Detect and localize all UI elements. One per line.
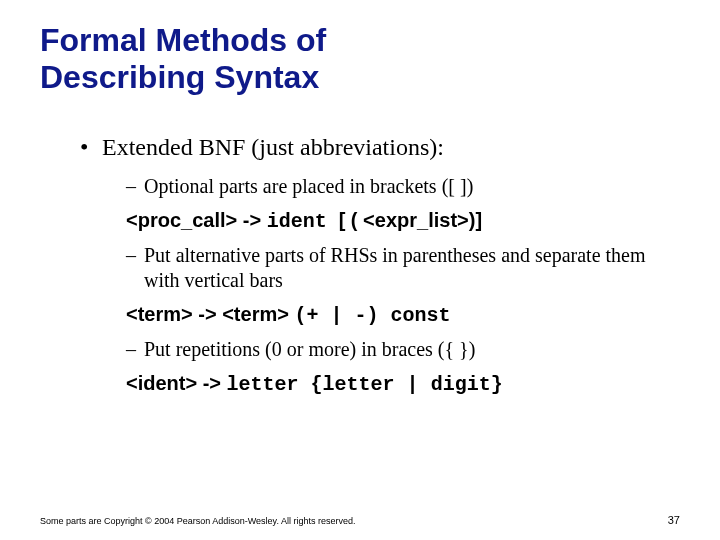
code2-part-a: <term> -> <term>: [126, 303, 294, 325]
code3-part-b: letter {letter | digit}: [227, 373, 503, 396]
code1-part-a: <proc_call> ->: [126, 209, 267, 231]
code-example-2: <term> -> <term> (+ | -) const: [126, 301, 680, 329]
bullet-dash-icon: –: [126, 337, 136, 362]
bullet-level-2: – Put repetitions (0 or more) in braces …: [144, 337, 680, 362]
bullet-level-1: • Extended BNF (just abbreviations):: [102, 132, 680, 162]
title-line-1: Formal Methods of: [40, 22, 326, 58]
page-number: 37: [668, 514, 680, 526]
bullet-dot-icon: •: [80, 132, 88, 162]
bullet-level-2: – Put alternative parts of RHSs in paren…: [144, 243, 680, 293]
title-line-2: Describing Syntax: [40, 59, 319, 95]
bullet-dash-icon: –: [126, 243, 136, 268]
copyright-footer: Some parts are Copyright © 2004 Pearson …: [40, 516, 680, 526]
bullet-level-2: – Optional parts are placed in brackets …: [144, 174, 680, 199]
bullet-dash-icon: –: [126, 174, 136, 199]
slide: Formal Methods of Describing Syntax • Ex…: [0, 0, 720, 540]
lvl1-text: Extended BNF (just abbreviations):: [102, 134, 444, 160]
sub3-text: Put repetitions (0 or more) in braces ({…: [144, 338, 475, 360]
code-example-3: <ident> -> letter {letter | digit}: [126, 370, 680, 398]
slide-title: Formal Methods of Describing Syntax: [40, 22, 680, 96]
sub2-text: Put alternative parts of RHSs in parenth…: [144, 244, 646, 291]
code1-part-c: [ ( <expr_list>)]: [339, 209, 482, 231]
sub1-text: Optional parts are placed in brackets ([…: [144, 175, 473, 197]
code-example-1: <proc_call> -> ident [ ( <expr_list>)]: [126, 207, 680, 235]
code1-part-b: ident: [267, 210, 339, 233]
code3-part-a: <ident> ->: [126, 372, 227, 394]
code2-part-b: (+ | -) const: [294, 304, 450, 327]
